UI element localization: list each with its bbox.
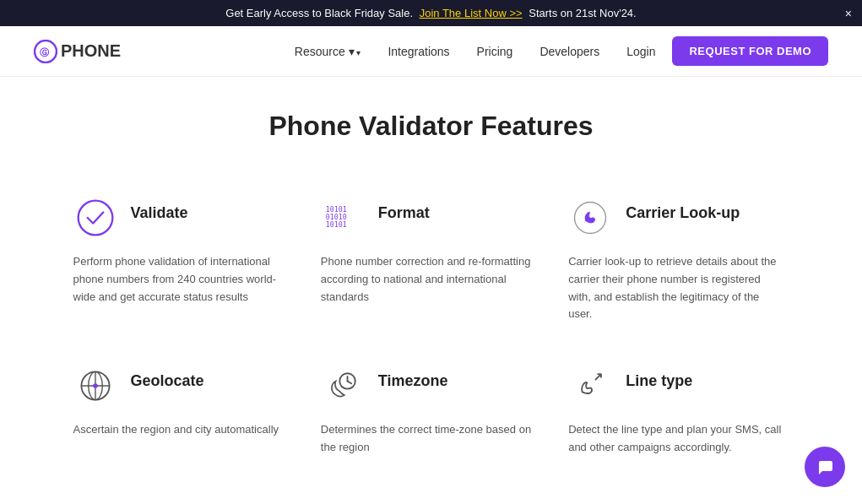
- banner-close-button[interactable]: ×: [845, 7, 852, 20]
- carrier-lookup-title: Carrier Look-up: [626, 196, 740, 222]
- line-type-icon: [568, 364, 612, 408]
- feature-line-type: Line type Detect the line type and plan …: [555, 344, 802, 477]
- nav-item-developers[interactable]: Developers: [539, 45, 599, 58]
- svg-text:Ⓖ: Ⓖ: [40, 47, 50, 57]
- svg-text:10101: 10101: [326, 220, 347, 229]
- geolocate-title: Geolocate: [131, 364, 204, 390]
- feature-realtime-api: 01001 10110 01101 Real-time API Use real…: [60, 477, 307, 504]
- chat-bubble[interactable]: [805, 447, 845, 487]
- feature-format: 10101 01010 10101 Format Phone number co…: [307, 176, 555, 344]
- line-type-title: Line type: [626, 364, 692, 390]
- timezone-title: Timezone: [378, 364, 448, 390]
- nav-item-integrations[interactable]: Integrations: [388, 45, 449, 58]
- feature-bulk-list: Bulk/List Bulk Phone validation enables …: [307, 477, 555, 504]
- bulk-list-icon: [321, 497, 365, 504]
- format-title: Format: [378, 196, 430, 222]
- promo-banner: Get Early Access to Black Friday Sale. J…: [0, 0, 862, 26]
- svg-point-2: [78, 201, 112, 236]
- login-link[interactable]: Login: [626, 45, 655, 58]
- realtime-api-icon: 01001 10110 01101: [73, 497, 117, 504]
- feature-validate: Validate Perform phone validation of int…: [60, 176, 307, 344]
- banner-text-start: Get Early Access to Black Friday Sale.: [225, 7, 413, 19]
- realtime-api-title: Real-time API: [131, 497, 228, 504]
- timezone-desc: Determines the correct time-zone based o…: [321, 421, 534, 457]
- line-type-desc: Detect the line type and plan your SMS, …: [568, 421, 782, 457]
- timezone-icon: [321, 364, 365, 408]
- nav-links: Resource ▾ Integrations Pricing Develope…: [295, 44, 599, 59]
- page-title-section: Phone Validator Features: [0, 77, 862, 159]
- validate-title: Validate: [131, 196, 188, 222]
- validate-desc: Perform phone validation of internationa…: [73, 253, 287, 306]
- navbar: Ⓖ PHONE Resource ▾ Integrations Pricing …: [0, 26, 862, 77]
- nav-item-pricing[interactable]: Pricing: [477, 45, 513, 58]
- feature-timezone: Timezone Determines the correct time-zon…: [307, 344, 555, 477]
- validate-icon: [73, 196, 117, 240]
- geolocate-icon: [73, 364, 117, 408]
- format-icon: 10101 01010 10101: [321, 196, 365, 240]
- feature-performance: Performance A quick response time of les…: [555, 477, 802, 504]
- banner-link[interactable]: Join The List Now >>: [420, 7, 523, 19]
- bulk-list-title: Bulk/List: [378, 497, 442, 504]
- feature-carrier-lookup: Carrier Look-up Carrier look-up to retri…: [555, 176, 802, 344]
- features-grid: Validate Perform phone validation of int…: [26, 159, 837, 504]
- performance-title: Performance: [626, 497, 718, 504]
- performance-icon: [568, 497, 612, 504]
- feature-geolocate: Geolocate Ascertain the region and city …: [60, 344, 307, 477]
- geolocate-desc: Ascertain the region and city automatica…: [73, 421, 287, 439]
- logo[interactable]: Ⓖ PHONE: [34, 40, 121, 63]
- logo-icon: Ⓖ: [34, 40, 57, 63]
- page-title: Phone Validator Features: [17, 111, 845, 142]
- carrier-lookup-desc: Carrier look-up to retrieve details abou…: [568, 253, 782, 323]
- logo-text: PHONE: [61, 41, 121, 61]
- carrier-lookup-icon: [568, 196, 612, 240]
- demo-button[interactable]: REQUEST FOR DEMO: [672, 36, 828, 66]
- format-desc: Phone number correction and re-formattin…: [321, 253, 534, 306]
- chat-icon: [816, 458, 834, 476]
- svg-point-11: [93, 383, 98, 388]
- banner-text-end: Starts on 21st Nov'24.: [529, 7, 637, 19]
- nav-item-resource[interactable]: Resource ▾: [295, 45, 361, 58]
- svg-line-14: [347, 382, 351, 384]
